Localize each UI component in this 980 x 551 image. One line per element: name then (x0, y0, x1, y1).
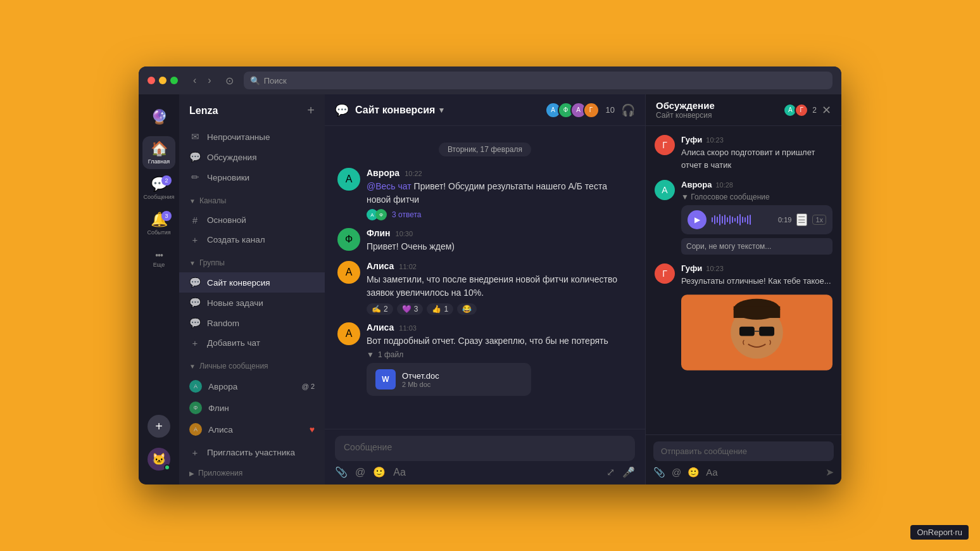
thread-content-2: Аврора 10:28 ▼ Голосовое сообщение ▶ (681, 180, 832, 255)
add-workspace-button[interactable]: + (148, 415, 170, 438)
unread-icon: ✉ (189, 131, 201, 142)
voice-button[interactable]: 🎤 (622, 466, 635, 478)
waveform-bar (717, 217, 718, 223)
thread-attachment-button[interactable]: 📎 (653, 467, 665, 478)
files-row[interactable]: ▼ 1 файл (367, 350, 632, 359)
reaction-laugh[interactable]: 😂 (457, 303, 477, 315)
search-bar[interactable]: 🔍 Поиск (244, 72, 832, 89)
chat-title-chevron: ▼ (437, 106, 445, 115)
sidebar-item-discussions[interactable]: 💬 Обсуждения (179, 147, 325, 167)
reaction-thumb[interactable]: 👍 1 (427, 303, 453, 315)
thread-format-button[interactable]: Aa (706, 467, 717, 478)
thread-avatar-gufi-2: Г (655, 263, 675, 284)
message-1: А Аврора 10:22 @Весь чат Привет! Обсудим… (337, 165, 632, 223)
reaction-write[interactable]: ✍ 2 (367, 303, 393, 315)
sidebar-item-more[interactable]: ••• Еще (142, 243, 175, 276)
back-button[interactable]: ‹ (189, 73, 200, 87)
sidebar-item-home[interactable]: 🏠 Главная (142, 136, 175, 169)
sidebar-add-button[interactable]: + (307, 103, 315, 118)
thread-mention-button[interactable]: @ (672, 467, 681, 478)
home-label: Главная (148, 158, 170, 165)
new-tasks-label: Новые задачи (207, 298, 315, 308)
nav-buttons: ‹ › (189, 73, 215, 87)
msg-author-aurora: Аврора (367, 168, 399, 178)
expand-button[interactable]: ⤢ (606, 466, 615, 478)
sidebar-item-dm-aurora[interactable]: А Аврора @ 2 (179, 376, 325, 397)
mention-button[interactable]: @ (355, 467, 365, 478)
format-button[interactable]: Aa (393, 467, 406, 478)
new-tasks-icon: 💬 (189, 297, 201, 308)
thread-panel: Обсуждение Сайт конверсия А Г 2 ✕ Г Гуфи (645, 94, 841, 484)
transcript-button[interactable]: ☰ (796, 213, 807, 226)
groups-section-header[interactable]: ▼ Группы (179, 252, 325, 270)
msg-time-2: 10:30 (396, 230, 413, 238)
emoji-button[interactable]: 🙂 (373, 466, 386, 478)
groups-header-label: Группы (199, 258, 225, 267)
file-attachment[interactable]: W Отчет.doc 2 Mb doc (367, 363, 531, 396)
aurora-avatar: А (189, 380, 202, 393)
sidebar-item-dm-alisa[interactable]: А Алиса ♥ (179, 419, 325, 440)
channels-header-label: Каналы (199, 196, 227, 205)
apps-section-header[interactable]: ▶ Приложения (179, 462, 325, 480)
sidebar-item-random[interactable]: 💬 Random (179, 313, 325, 333)
thread-input-box[interactable]: Отправить сообщение (653, 441, 834, 461)
msg-content-2: Флин 10:30 Привет! Очень ждем) (367, 228, 632, 253)
sidebar-item-add-chat[interactable]: + Добавить чат (179, 333, 325, 353)
sidebar-item-create-channel[interactable]: + Создать канал (179, 230, 325, 250)
thread-header-2: Аврора 10:28 (681, 180, 832, 189)
sidebar-item-messages[interactable]: 2 💬 Сообщения (142, 172, 175, 205)
headphone-button[interactable]: 🎧 (621, 103, 635, 117)
thread-emoji-button[interactable]: 🙂 (688, 467, 700, 478)
events-label: События (147, 229, 170, 236)
transcript-text: Сори, не могу текстом... (681, 238, 832, 255)
sidebar-header: Lenza + (179, 94, 325, 124)
dm-section-header[interactable]: ▼ Личные сообщения (179, 355, 325, 373)
sidebar-item-unread[interactable]: ✉ Непрочитанные (179, 127, 325, 147)
attachment-button[interactable]: 📎 (335, 466, 348, 478)
thread-close-button[interactable]: ✕ (822, 103, 831, 117)
sayt-konversiya-icon: 💬 (189, 277, 201, 288)
thread-avatars: А Г 2 (783, 103, 817, 117)
user-avatar[interactable]: 🐱 (148, 448, 170, 471)
replies-row-1[interactable]: А Ф 3 ответа (367, 209, 632, 220)
maximize-traffic-light[interactable] (170, 77, 178, 84)
waveform-bar (712, 217, 713, 222)
thread-message-1: Г Гуфи 10:23 Алиса скоро подготовит и пр… (655, 135, 832, 171)
voice-play-button[interactable]: ▶ (688, 210, 707, 229)
sidebar-item-invite[interactable]: + Пригласить участника (179, 443, 325, 462)
sidebar-item-main-channel[interactable]: # Основной (179, 210, 325, 230)
thread-image-svg (681, 291, 832, 374)
groups-section: 💬 Сайт конверсия 💬 Новые задачи 💬 Random… (179, 270, 325, 355)
msg-avatar-alisa-1: А (337, 261, 360, 284)
files-count-label: 1 файл (378, 350, 403, 359)
file-info: Отчет.doc 2 Mb doc (402, 371, 439, 388)
reaction-heart[interactable]: 💜 3 (397, 303, 424, 315)
forward-button[interactable]: › (204, 73, 215, 87)
close-traffic-light[interactable] (148, 77, 155, 84)
sidebar-item-events[interactable]: 3 🔔 События (142, 207, 175, 240)
waveform-bar (737, 216, 738, 224)
history-button[interactable]: ⊙ (222, 73, 237, 88)
date-divider: Вторник, 17 февраля (337, 142, 632, 156)
workspace-avatar[interactable]: 🔮 (142, 101, 175, 134)
thread-send-button[interactable]: ➤ (826, 466, 834, 478)
chat-input-box[interactable]: Сообщение (335, 436, 635, 461)
sidebar-item-dm-flin[interactable]: Ф Флин (179, 397, 325, 419)
waveform-bar (719, 214, 720, 225)
msg-time-4: 11:03 (399, 324, 417, 332)
msg-content-1: Аврора 10:22 @Весь чат Привет! Обсудим р… (367, 168, 632, 220)
thread-header-1: Гуфи 10:23 (681, 135, 832, 144)
sidebar-item-sayt-konversiya[interactable]: 💬 Сайт конверсия (179, 272, 325, 293)
speed-button[interactable]: 1x (812, 215, 826, 225)
date-label: Вторник, 17 февраля (439, 142, 531, 156)
sidebar-item-new-tasks[interactable]: 💬 Новые задачи (179, 293, 325, 313)
waveform-bar (727, 217, 728, 222)
sidebar-item-drafts[interactable]: ✏ Черновики (179, 167, 325, 187)
main-channel-icon: # (189, 215, 201, 225)
channels-section-header[interactable]: ▼ Каналы (179, 190, 325, 208)
thread-subtitle: Сайт конверсия (656, 111, 715, 120)
thread-message-3: Г Гуфи 10:23 Результаты отличные! Как те… (655, 263, 832, 376)
minimize-traffic-light[interactable] (159, 77, 166, 84)
thread-voice-label: ▼ Голосовое сообщение (681, 191, 832, 203)
dm-header-label: Личные сообщения (199, 362, 268, 370)
